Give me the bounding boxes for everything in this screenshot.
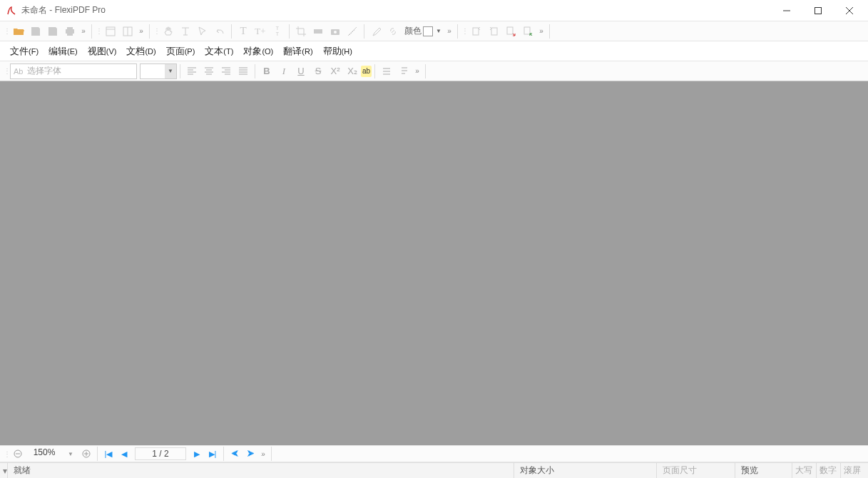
menu-view[interactable]: 视图(V) xyxy=(83,42,121,61)
menu-page[interactable]: 页面(P) xyxy=(162,42,200,61)
superscript-button[interactable]: X² xyxy=(327,63,344,80)
font-prefix-label: Ab xyxy=(14,67,23,76)
menu-translate[interactable]: 翻译(R) xyxy=(279,42,317,61)
separator xyxy=(255,64,255,78)
zoom-dropdown[interactable]: ▼ xyxy=(63,447,78,461)
print-icon[interactable] xyxy=(61,23,78,40)
align-left-icon[interactable] xyxy=(183,63,200,80)
pointer-icon[interactable] xyxy=(194,23,211,40)
separator xyxy=(289,24,290,39)
toolbar-grip[interactable] xyxy=(4,24,9,39)
svg-rect-16 xyxy=(524,27,530,34)
redact-icon[interactable] xyxy=(310,23,327,40)
text-select-icon[interactable] xyxy=(177,23,194,40)
undo-icon[interactable] xyxy=(211,23,228,40)
nav-forward-button[interactable]: ⮞ xyxy=(242,447,258,461)
svg-line-2 xyxy=(846,7,853,14)
toolbar-overflow-2[interactable]: » xyxy=(136,23,146,40)
format-overflow[interactable]: » xyxy=(412,63,422,80)
crop-icon[interactable] xyxy=(292,23,310,40)
color-swatch xyxy=(423,26,433,36)
maximize-button[interactable] xyxy=(802,0,834,21)
open-icon[interactable] xyxy=(10,23,27,40)
toolbar-overflow-1[interactable]: » xyxy=(78,23,88,40)
main-toolbar: » » T T+ TT 颜色 ▼ » » xyxy=(0,21,868,41)
separator xyxy=(549,24,550,39)
save-as-icon[interactable] xyxy=(44,23,61,40)
color-picker-button[interactable]: 颜色 ▼ xyxy=(402,23,444,40)
underline-button[interactable]: U xyxy=(292,63,310,80)
page-export-icon[interactable] xyxy=(502,23,519,40)
align-right-icon[interactable] xyxy=(218,63,235,80)
menu-file[interactable]: 文件(F) xyxy=(6,42,43,61)
menu-edit[interactable]: 编辑(E) xyxy=(44,42,82,61)
minimize-button[interactable] xyxy=(771,0,802,21)
measure-icon[interactable] xyxy=(344,23,361,40)
text-plus-icon[interactable]: T+ xyxy=(252,23,269,40)
split-window-icon[interactable] xyxy=(119,23,136,40)
highlight-button[interactable]: ab xyxy=(361,66,372,77)
svg-rect-13 xyxy=(473,28,479,35)
toolbar-overflow-3[interactable]: » xyxy=(444,23,454,40)
last-page-button[interactable]: ▶| xyxy=(205,447,220,461)
menu-object[interactable]: 对象(O) xyxy=(239,42,277,61)
status-page-size: 页面尺寸 xyxy=(657,463,735,478)
zoom-out-button[interactable] xyxy=(10,447,26,461)
zoom-in-button[interactable] xyxy=(78,447,94,461)
toolbar-grip[interactable] xyxy=(96,24,101,39)
menu-bar: 文件(F) 编辑(E) 视图(V) 文档(D) 页面(P) 文本(T) 对象(O… xyxy=(0,41,868,61)
separator xyxy=(223,447,224,461)
font-size-select[interactable]: ▼ xyxy=(140,63,177,79)
save-icon[interactable] xyxy=(27,23,44,40)
bold-button[interactable]: B xyxy=(258,63,275,80)
window-icon[interactable] xyxy=(102,23,119,40)
italic-button[interactable]: I xyxy=(275,63,292,80)
strikethrough-button[interactable]: S xyxy=(310,63,327,80)
menu-document[interactable]: 文档(D) xyxy=(122,42,160,61)
font-family-select[interactable]: Ab 选择字体 xyxy=(10,63,137,79)
toolbar-grip[interactable] xyxy=(462,24,466,39)
toolbar-grip[interactable] xyxy=(154,24,158,39)
eyedropper-icon[interactable] xyxy=(367,23,384,40)
rotate-left-icon[interactable] xyxy=(468,23,485,40)
status-object-size: 对象大小 xyxy=(514,463,657,478)
nav-overflow[interactable]: » xyxy=(258,445,268,462)
nav-back-button[interactable]: ⮜ xyxy=(227,447,242,461)
subscript-button[interactable]: X₂ xyxy=(344,63,361,80)
status-preview[interactable]: 预览 xyxy=(735,463,792,478)
align-center-icon[interactable] xyxy=(200,63,218,80)
first-page-button[interactable]: |◀ xyxy=(101,447,116,461)
status-caps: 大写 xyxy=(792,463,817,478)
svg-rect-14 xyxy=(491,28,497,35)
link-icon[interactable] xyxy=(384,23,402,40)
separator xyxy=(149,24,150,39)
paragraph-icon[interactable] xyxy=(395,63,412,80)
align-justify-icon[interactable] xyxy=(235,63,252,80)
toolbar-overflow-4[interactable]: » xyxy=(536,23,546,40)
separator xyxy=(91,24,92,39)
line-spacing-icon[interactable] xyxy=(378,63,395,80)
next-page-button[interactable]: ▶ xyxy=(189,447,205,461)
separator xyxy=(231,24,232,39)
separator xyxy=(374,64,375,78)
svg-rect-11 xyxy=(331,29,339,35)
separator xyxy=(425,64,426,78)
toolbar-grip[interactable] xyxy=(4,64,9,78)
rotate-right-icon[interactable] xyxy=(485,23,502,40)
text-tool-icon[interactable]: T xyxy=(235,23,252,40)
camera-icon[interactable] xyxy=(327,23,344,40)
separator xyxy=(97,447,98,461)
svg-point-17 xyxy=(14,450,21,457)
vertical-text-icon[interactable]: TT xyxy=(269,23,286,40)
menu-text[interactable]: 文本(T) xyxy=(200,42,238,61)
toolbar-grip[interactable] xyxy=(4,447,9,461)
hand-tool-icon[interactable] xyxy=(160,23,177,40)
format-toolbar: Ab 选择字体 ▼ B I U S X² X₂ ab » xyxy=(0,61,868,81)
page-import-icon[interactable] xyxy=(519,23,536,40)
document-canvas[interactable] xyxy=(0,81,868,445)
page-number-input[interactable]: 1 / 2 xyxy=(135,447,186,460)
menu-help[interactable]: 帮助(H) xyxy=(319,42,357,61)
close-button[interactable] xyxy=(834,0,865,21)
prev-page-button[interactable]: ◀ xyxy=(116,447,132,461)
zoom-level-input[interactable]: 150% xyxy=(26,447,63,460)
